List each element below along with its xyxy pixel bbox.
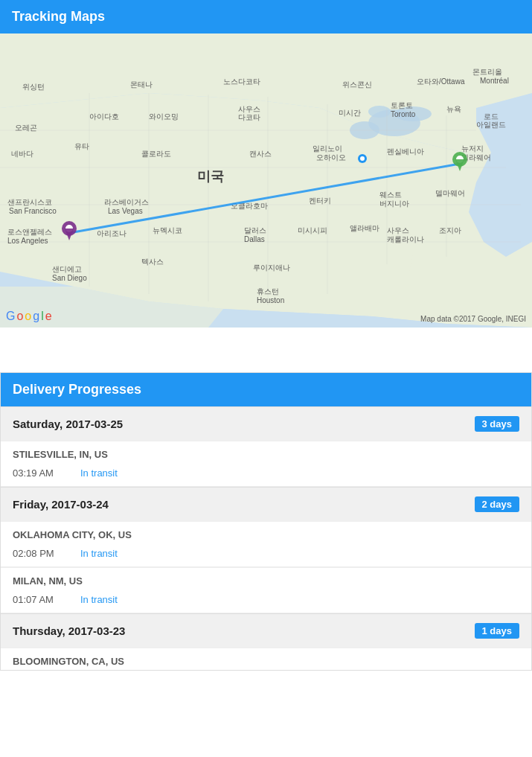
map-credit: Map data ©2017 Google, INEGI [420, 315, 526, 323]
day-header-2: Friday, 2017-03-24 2 days [1, 487, 531, 521]
location-stilesville: STILESVILLE, IN, US [1, 441, 531, 463]
svg-text:유타: 유타 [74, 142, 89, 150]
day-label-3: Thursday, 2017-03-23 [13, 625, 125, 637]
day-badge-1: 3 days [475, 416, 519, 432]
svg-text:오하이오: 오하이오 [316, 153, 346, 162]
svg-text:Montréal: Montréal [480, 77, 509, 85]
svg-text:토론토: 토론토 [391, 101, 413, 109]
svg-point-7 [368, 106, 391, 118]
svg-text:미시시피: 미시시피 [298, 226, 327, 234]
svg-text:콜로라도: 콜로라도 [141, 150, 171, 158]
svg-text:다코타: 다코타 [238, 113, 260, 121]
svg-text:Los Angeles: Los Angeles [7, 237, 48, 245]
svg-text:뉴저지: 뉴저지 [461, 144, 484, 153]
svg-text:Las Vegas: Las Vegas [108, 207, 143, 215]
svg-text:샌디에고: 샌디에고 [52, 265, 82, 273]
svg-text:휴스턴: 휴스턴 [257, 287, 279, 296]
day-badge-3: 1 days [475, 623, 519, 639]
svg-text:San Diego: San Diego [52, 274, 87, 282]
svg-text:루이지애나: 루이지애나 [253, 263, 290, 272]
svg-text:펜실베니아: 펜실베니아 [387, 147, 424, 156]
svg-text:달러스: 달러스 [244, 226, 266, 234]
svg-text:뉴멕시코: 뉴멕시코 [153, 226, 182, 234]
svg-text:San Francisco: San Francisco [9, 207, 57, 215]
svg-text:앨라배마: 앨라배마 [350, 224, 379, 232]
svg-text:로스앤젤레스: 로스앤젤레스 [7, 228, 52, 236]
svg-text:Houston: Houston [257, 296, 284, 304]
day-label-1: Saturday, 2017-03-25 [13, 418, 123, 430]
google-watermark: Google [6, 310, 52, 323]
svg-text:로드: 로드 [484, 112, 499, 121]
event-row-3: 01:07 AM In transit [1, 590, 531, 613]
day-header-1: Saturday, 2017-03-25 3 days [1, 406, 531, 441]
svg-text:라스베이거스: 라스베이거스 [104, 198, 149, 206]
svg-text:Toronto: Toronto [391, 110, 416, 118]
svg-text:웨스트: 웨스트 [379, 191, 402, 199]
svg-text:켄터키: 켄터키 [309, 197, 331, 205]
google-logo-g: G [6, 310, 15, 323]
svg-text:오타와/Ottawa: 오타와/Ottawa [417, 77, 465, 86]
svg-text:버지니아: 버지니아 [379, 199, 409, 208]
event-time-1: 03:19 AM [13, 467, 68, 479]
event-time-2: 02:08 PM [13, 548, 68, 559]
event-status-3: In transit [80, 594, 118, 605]
map-container: 위싱턴 몬태나 노스다코타 위스콘신 오타와/Ottawa 몬트리올 Montr… [0, 33, 532, 328]
svg-text:샌프란시스코: 샌프란시스코 [7, 198, 52, 206]
delivery-title: Delivery Progresses [1, 373, 531, 406]
event-status-2: In transit [80, 548, 118, 559]
svg-text:와이오밍: 와이오밍 [149, 112, 179, 121]
svg-text:오레곤: 오레곤 [15, 124, 37, 132]
delivery-section: Delivery Progresses Saturday, 2017-03-25… [0, 372, 532, 671]
svg-text:위스콘신: 위스콘신 [342, 80, 372, 89]
svg-text:네바다: 네바다 [11, 150, 33, 158]
event-time-3: 01:07 AM [13, 594, 68, 605]
event-status-1: In transit [80, 467, 118, 479]
day-badge-2: 2 days [475, 496, 519, 512]
svg-text:텍사스: 텍사스 [141, 258, 164, 266]
map-title: Tracking Maps [0, 0, 532, 33]
event-row-2: 02:08 PM In transit [1, 543, 531, 567]
location-milan: MILAN, NM, US [1, 567, 531, 590]
svg-text:캔사스: 캔사스 [249, 150, 272, 158]
location-bloomington: BLOOMINGTON, CA, US [1, 648, 531, 670]
svg-text:사우스: 사우스 [238, 105, 260, 113]
svg-text:사우스: 사우스 [387, 226, 409, 234]
svg-text:뉴욕: 뉴욕 [446, 105, 461, 113]
svg-text:Dallas: Dallas [244, 235, 265, 243]
svg-text:캐롤라이나: 캐롤라이나 [387, 235, 424, 243]
map-section: Tracking Maps [0, 0, 532, 328]
svg-text:미시간: 미시간 [339, 109, 361, 117]
event-row-1: 03:19 AM In transit [1, 463, 531, 487]
svg-text:일리노이: 일리노이 [313, 144, 342, 153]
day-header-3: Thursday, 2017-03-23 1 days [1, 613, 531, 648]
svg-text:위싱턴: 위싱턴 [22, 83, 45, 91]
svg-text:미국: 미국 [197, 169, 224, 184]
map-svg: 위싱턴 몬태나 노스다코타 위스콘신 오타와/Ottawa 몬트리올 Montr… [0, 33, 532, 328]
svg-text:노스다코타: 노스다코타 [223, 77, 260, 86]
svg-text:아일랜드: 아일랜드 [476, 121, 506, 129]
svg-text:조지아: 조지아 [439, 226, 461, 234]
svg-point-84 [360, 156, 365, 161]
svg-text:아리조나: 아리조나 [97, 229, 126, 237]
day-label-2: Friday, 2017-03-24 [13, 498, 109, 511]
svg-text:몬트리올: 몬트리올 [472, 68, 502, 76]
spacer [0, 328, 532, 372]
svg-text:몬태나: 몬태나 [130, 80, 153, 89]
location-oklahoma: OKLAHOMA CITY, OK, US [1, 521, 531, 543]
svg-text:델마웨어: 델마웨어 [435, 189, 465, 197]
svg-text:아이다호: 아이다호 [89, 112, 119, 121]
